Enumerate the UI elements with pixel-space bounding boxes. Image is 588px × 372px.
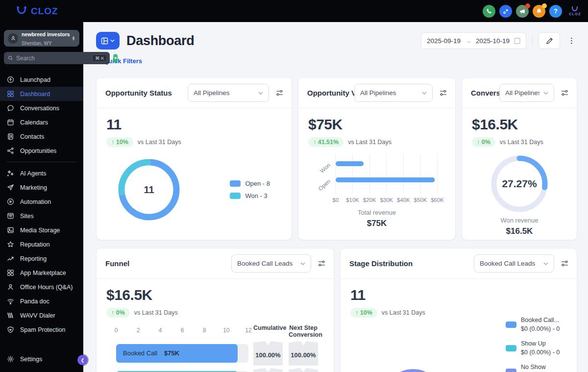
legend-label: Won - 3: [245, 192, 267, 199]
funnel-next-step-cell: 100.00%: [289, 368, 318, 372]
comparison-label: vs Last 31 Days: [138, 139, 181, 146]
legend-item: No Show$8.5K (9.09%) - 1: [506, 363, 569, 372]
more-options-button[interactable]: ⋮: [566, 36, 577, 45]
header-divider: [532, 35, 533, 46]
sidebar-item-app-marketplace[interactable]: App Marketplace: [0, 266, 83, 280]
sidebar-item-label: Contacts: [20, 133, 44, 140]
sidebar-item-wavv-dialer[interactable]: WAVV Dialer: [0, 308, 83, 322]
main-content: Dashboard 2025-09-19 → 2025-10-19 ⋮ + Qu…: [83, 22, 588, 372]
help-button[interactable]: ?: [549, 5, 562, 18]
sidebar-item-opportunities[interactable]: Opportunities: [0, 144, 83, 158]
conversion-gauge-chart: 27.27%: [487, 151, 552, 217]
funnel-bar-value: $75K: [164, 349, 179, 357]
funnel-select[interactable]: Booked Call Leads: [231, 254, 311, 273]
date-end: 2025-10-19: [476, 37, 510, 45]
cloz-mini-logo[interactable]: CLOZ: [569, 6, 581, 16]
legend-detail: $0 (0.00%) - 0: [521, 325, 560, 332]
gear-icon: [7, 355, 14, 363]
legend-label: No Show: [521, 364, 546, 371]
sidebar-collapse-button[interactable]: ❮: [77, 355, 88, 365]
dashboard-layout-button[interactable]: [96, 32, 120, 50]
sidebar-item-settings[interactable]: Settings: [0, 352, 83, 366]
card-title: Convers: [471, 89, 499, 97]
delta-badge: ↑ 41.51%: [308, 137, 343, 147]
notifications-button[interactable]: [533, 5, 545, 18]
pipeline-select[interactable]: All Pipelines: [499, 84, 554, 102]
cloz-mini-logo-text: CLOZ: [569, 12, 581, 16]
megaphone-icon: [519, 8, 526, 15]
metric-value: $16.5K: [106, 287, 324, 303]
notification-badge: [542, 3, 547, 8]
cloz-logo-icon: [16, 6, 27, 17]
search-icon: [8, 55, 13, 61]
stage-select[interactable]: Booked Call Leads: [474, 254, 554, 273]
sidebar-search-row: ⌘ K ✦: [4, 52, 79, 64]
sliders-icon: [318, 259, 326, 268]
funnel-cumulative-cell: 100.00%: [253, 341, 283, 366]
reporting-icon: [7, 255, 14, 262]
chart-footer-value: $16.5K: [472, 226, 567, 236]
sidebar-item-sites[interactable]: Sites: [0, 209, 83, 223]
svg-text:$20K: $20K: [363, 197, 376, 203]
sidebar-item-label: Media Storage: [20, 227, 60, 234]
sidebar-item-reputation[interactable]: Reputation: [0, 237, 83, 251]
ai-assistant-button[interactable]: ✦: [113, 54, 117, 63]
sidebar-item-reporting[interactable]: Reporting: [0, 251, 83, 266]
sidebar: newbreed investors Sheridan, WY ▲▼ ⌘ K ✦…: [0, 22, 83, 372]
delta-badge: ↑ 10%: [106, 137, 133, 147]
search-box[interactable]: ⌘ K: [4, 52, 110, 64]
cloz-logo: CLOZ: [16, 6, 58, 17]
sidebar-item-calendars[interactable]: Calendars: [0, 115, 83, 129]
sidebar-item-conversations[interactable]: Conversations: [0, 101, 83, 115]
funnel-axis-tick: 10: [223, 327, 229, 334]
sidebar-item-dashboard[interactable]: Dashboard: [0, 87, 83, 101]
sidebar-item-media-storage[interactable]: Media Storage: [0, 223, 83, 237]
status-legend: Open - 8Won - 3: [230, 175, 270, 204]
sidebar-item-label: WAVV Dialer: [20, 312, 55, 319]
widget-filter-button[interactable]: [561, 89, 569, 97]
widget-filter-button[interactable]: [561, 259, 569, 268]
sidebar-item-spam-protection[interactable]: Spam Protection: [0, 322, 83, 337]
account-location: Sheridan, WY: [22, 41, 52, 46]
account-switcher[interactable]: newbreed investors Sheridan, WY ▲▼: [4, 30, 79, 47]
widget-filter-button[interactable]: [275, 89, 284, 97]
connect-button[interactable]: [499, 5, 512, 18]
sidebar-item-ai-agents[interactable]: AI Agents: [0, 166, 83, 180]
metric-value: $16.5K: [472, 116, 567, 133]
chart-footer-value: $75K: [308, 219, 445, 228]
chevron-down-icon: [543, 262, 548, 265]
sidebar-item-automation[interactable]: Automation: [0, 195, 83, 209]
sidebar-item-label: Sites: [20, 213, 34, 220]
announcements-button[interactable]: [516, 5, 529, 18]
widget-filter-button[interactable]: [318, 259, 326, 268]
connect-icon: [502, 8, 509, 15]
conversations-icon: [7, 104, 14, 112]
pipeline-select[interactable]: All Pipelines: [354, 84, 433, 102]
comparison-label: vs Last 31 Days: [500, 139, 543, 146]
chevron-down-icon: [300, 262, 305, 265]
legend-swatch: [230, 180, 241, 187]
date-range-picker[interactable]: 2025-09-19 → 2025-10-19: [421, 32, 526, 49]
search-input[interactable]: [16, 55, 92, 62]
sliders-icon: [561, 259, 569, 268]
contacts-icon: [7, 133, 14, 140]
main-header: Dashboard 2025-09-19 → 2025-10-19 ⋮: [83, 22, 588, 50]
sidebar-item-label: Reporting: [20, 255, 47, 262]
sidebar-item-launchpad[interactable]: Launchpad: [0, 73, 83, 87]
phone-button[interactable]: [483, 5, 495, 18]
pipeline-select[interactable]: All Pipelines: [188, 84, 269, 102]
sidebar-item-marketing[interactable]: Marketing: [0, 180, 83, 195]
sidebar-item-panda-doc[interactable]: Panda doc: [0, 294, 83, 308]
reputation-icon: [7, 241, 14, 248]
widget-filter-button[interactable]: [439, 89, 447, 97]
sidebar-divider: [7, 162, 76, 162]
sidebar-item-label: Calendars: [20, 119, 48, 126]
quick-filters-link[interactable]: + Quick Filters: [98, 57, 588, 65]
legend-item: Won - 3: [230, 192, 270, 199]
sidebar-item-office-hours-q-a[interactable]: Office Hours (Q&A): [0, 280, 83, 294]
stage-legend: Booked Call...$0 (0.00%) - 0 Show Up$0 (…: [506, 316, 569, 372]
notification-badge: [525, 3, 530, 8]
funnel-axis: 024681012: [116, 326, 248, 339]
sidebar-item-contacts[interactable]: Contacts: [0, 129, 83, 144]
edit-dashboard-button[interactable]: [539, 32, 560, 49]
